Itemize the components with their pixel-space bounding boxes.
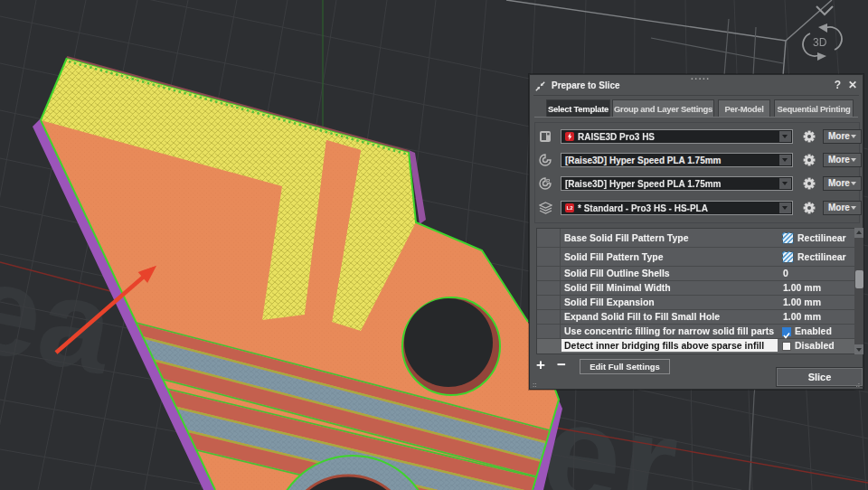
svg-text:3D: 3D [813, 36, 827, 49]
svg-text:R: R [546, 178, 551, 184]
